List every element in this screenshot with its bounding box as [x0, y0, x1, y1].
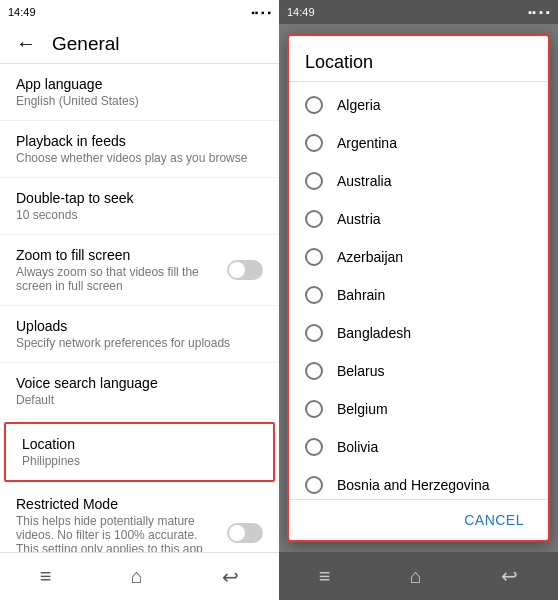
setting-label: Double-tap to seek — [16, 190, 263, 206]
setting-value: This helps hide potentially mature video… — [16, 514, 219, 552]
radio-button[interactable] — [305, 96, 323, 114]
radio-button[interactable] — [305, 362, 323, 380]
right-home-icon[interactable]: ⌂ — [410, 565, 422, 588]
list-item[interactable]: Algeria — [289, 86, 548, 124]
zoom-toggle[interactable] — [227, 260, 263, 280]
country-name: Algeria — [337, 97, 381, 113]
setting-label: Uploads — [16, 318, 263, 334]
setting-label: Restricted Mode — [16, 496, 219, 512]
setting-zoom-to-fill[interactable]: Zoom to fill screen Always zoom so that … — [0, 235, 279, 306]
list-item[interactable]: Belgium — [289, 390, 548, 428]
setting-value: Always zoom so that videos fill the scre… — [16, 265, 227, 293]
home-icon[interactable]: ⌂ — [131, 565, 143, 588]
settings-list: App language English (United States) Pla… — [0, 64, 279, 552]
list-item[interactable]: Bolivia — [289, 428, 548, 466]
right-time: 14:49 — [287, 6, 315, 18]
radio-button[interactable] — [305, 438, 323, 456]
right-panel: 14:49 ▪▪ ▪ ▪ Location Algeria Argentina — [279, 0, 558, 600]
radio-button[interactable] — [305, 134, 323, 152]
right-back-icon[interactable]: ↩ — [501, 564, 518, 588]
setting-text: Restricted Mode This helps hide potentia… — [16, 496, 219, 552]
list-item[interactable]: Argentina — [289, 124, 548, 162]
location-dialog: Location Algeria Argentina Australia — [287, 34, 550, 542]
setting-voice-search[interactable]: Voice search language Default — [0, 363, 279, 420]
setting-value: Default — [16, 393, 263, 407]
country-name: Austria — [337, 211, 381, 227]
country-list[interactable]: Algeria Argentina Australia Austria Azer — [289, 82, 548, 499]
setting-value: English (United States) — [16, 94, 263, 108]
list-item[interactable]: Belarus — [289, 352, 548, 390]
status-icons: ▪▪ ▪ ▪ — [251, 7, 271, 18]
list-item[interactable]: Bangladesh — [289, 314, 548, 352]
right-background: Location Algeria Argentina Australia — [279, 24, 558, 552]
left-panel: 14:49 ▪▪ ▪ ▪ ← General App language Engl… — [0, 0, 279, 600]
setting-toggle-row: Zoom to fill screen Always zoom so that … — [16, 247, 263, 293]
list-item[interactable]: Australia — [289, 162, 548, 200]
dialog-header: Location — [289, 36, 548, 82]
setting-label: App language — [16, 76, 263, 92]
country-name: Bangladesh — [337, 325, 411, 341]
setting-value: Choose whether videos play as you browse — [16, 151, 263, 165]
list-item[interactable]: Bosnia and Herzegovina — [289, 466, 548, 499]
radio-button[interactable] — [305, 476, 323, 494]
setting-playback-in-feeds[interactable]: Playback in feeds Choose whether videos … — [0, 121, 279, 178]
back-button[interactable]: ← — [16, 32, 36, 55]
list-item[interactable]: Austria — [289, 200, 548, 238]
menu-icon[interactable]: ≡ — [40, 565, 52, 588]
right-status-bar: 14:49 ▪▪ ▪ ▪ — [279, 0, 558, 24]
radio-button[interactable] — [305, 210, 323, 228]
time-display: 14:49 — [8, 6, 36, 18]
right-status-icons: ▪▪ ▪ ▪ — [528, 6, 550, 18]
page-header: ← General — [0, 24, 279, 64]
country-name: Belgium — [337, 401, 388, 417]
list-item[interactable]: Bahrain — [289, 276, 548, 314]
dialog-footer: CANCEL — [289, 499, 548, 540]
status-bar-left: 14:49 ▪▪ ▪ ▪ — [0, 0, 279, 24]
country-name: Bahrain — [337, 287, 385, 303]
list-item[interactable]: Azerbaijan — [289, 238, 548, 276]
country-name: Australia — [337, 173, 391, 189]
dialog-title: Location — [305, 52, 532, 73]
country-name: Bosnia and Herzegovina — [337, 477, 490, 493]
setting-value: Specify network preferences for uploads — [16, 336, 263, 350]
setting-uploads[interactable]: Uploads Specify network preferences for … — [0, 306, 279, 363]
setting-double-tap[interactable]: Double-tap to seek 10 seconds — [0, 178, 279, 235]
country-name: Belarus — [337, 363, 384, 379]
radio-button[interactable] — [305, 400, 323, 418]
setting-text: Zoom to fill screen Always zoom so that … — [16, 247, 227, 293]
right-nav-bar: ≡ ⌂ ↩ — [279, 552, 558, 600]
setting-location[interactable]: Location Philippines — [4, 422, 275, 482]
radio-button[interactable] — [305, 172, 323, 190]
country-name: Argentina — [337, 135, 397, 151]
page-title: General — [52, 33, 120, 55]
country-name: Azerbaijan — [337, 249, 403, 265]
cancel-button[interactable]: CANCEL — [456, 508, 532, 532]
setting-label: Zoom to fill screen — [16, 247, 227, 263]
restricted-mode-toggle[interactable] — [227, 523, 263, 543]
setting-label: Playback in feeds — [16, 133, 263, 149]
setting-label: Voice search language — [16, 375, 263, 391]
status-time: 14:49 — [8, 6, 36, 18]
nav-bar: ≡ ⌂ ↩ — [0, 552, 279, 600]
back-icon[interactable]: ↩ — [222, 565, 239, 589]
setting-app-language[interactable]: App language English (United States) — [0, 64, 279, 121]
radio-button[interactable] — [305, 286, 323, 304]
setting-toggle-row: Restricted Mode This helps hide potentia… — [16, 496, 263, 552]
country-name: Bolivia — [337, 439, 378, 455]
radio-button[interactable] — [305, 248, 323, 266]
setting-value: Philippines — [22, 454, 257, 468]
radio-button[interactable] — [305, 324, 323, 342]
right-menu-icon[interactable]: ≡ — [319, 565, 331, 588]
setting-value: 10 seconds — [16, 208, 263, 222]
setting-label: Location — [22, 436, 257, 452]
setting-restricted-mode[interactable]: Restricted Mode This helps hide potentia… — [0, 484, 279, 552]
